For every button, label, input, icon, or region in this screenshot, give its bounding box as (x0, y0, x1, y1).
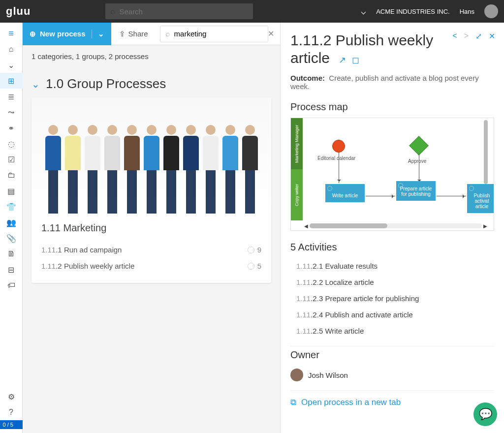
chevron-down-icon[interactable]: ⌄ (32, 78, 40, 90)
lane-label: Copy writer (291, 169, 303, 220)
group-card: 1.11 Marketing 1.11.1 Run ad campaign 9 … (32, 97, 271, 283)
activities-heading: 5 Activities (290, 242, 494, 253)
activity-item[interactable]: 1.11.2.2 Localize article (296, 274, 494, 290)
global-search[interactable]: ⌕ (105, 3, 253, 19)
bpmn-label: Editorial calendar (317, 155, 355, 161)
list-icon[interactable]: ≣ (0, 89, 23, 104)
tag-icon[interactable]: 🏷 (0, 278, 23, 293)
scroll-left-icon[interactable]: ◀ (303, 223, 310, 229)
form-icon[interactable]: 🗎 (0, 246, 23, 262)
cycle-icon (248, 263, 254, 270)
activity-item[interactable]: 1.11.2.3 Prepare article for publishing (296, 290, 494, 307)
process-name: .1 Run ad campaign (56, 246, 122, 254)
chevron-down-icon[interactable]: ⌄ (0, 57, 23, 73)
cycle-icon (248, 247, 254, 253)
refresh-icon[interactable]: ◌ (0, 136, 23, 152)
activity-item[interactable]: 1.11.2.1 Evaluate results (296, 258, 494, 274)
process-num: 1.11 (41, 262, 56, 270)
new-process-button[interactable]: ⊕ New process ⌄ (23, 23, 111, 45)
scroll-right-icon[interactable]: ▶ (482, 223, 489, 229)
vertical-scrollbar[interactable] (484, 120, 488, 184)
owner-name: Josh Wilson (308, 371, 348, 379)
open-external-icon[interactable]: ↗ (339, 55, 346, 66)
menu-icon[interactable]: ≡ (0, 26, 23, 41)
graph-icon[interactable]: ⚭ (0, 120, 23, 136)
bookmark-icon[interactable]: ◻ (352, 55, 359, 66)
chat-button[interactable]: 💬 (473, 402, 497, 426)
folder-icon[interactable]: 🗀 (0, 167, 23, 183)
doc-icon[interactable]: ▤ (0, 183, 23, 199)
plus-icon: ⊕ (30, 30, 36, 38)
prev-icon[interactable]: < (452, 31, 457, 41)
owner-heading: Owner (290, 349, 494, 361)
bpmn-gateway[interactable] (409, 136, 429, 155)
line-icon[interactable]: ⤳ (0, 104, 23, 120)
process-count: 5 (257, 262, 261, 270)
outcome-label: Outcome: (290, 74, 325, 82)
card-title[interactable]: 1.11 Marketing (41, 222, 261, 234)
search-icon: ⌕ (110, 7, 115, 16)
horizontal-scrollbar[interactable]: ◀ ▶ (303, 223, 489, 229)
settings-icon[interactable]: ⚙ (0, 389, 23, 404)
counter-badge: 0 / 5 (0, 420, 23, 429)
bpmn-task[interactable]: Prepare article for publishing (396, 181, 436, 201)
share-button[interactable]: ⇪ Share (111, 30, 156, 38)
search-input[interactable] (119, 7, 248, 16)
results-meta: 1 categories, 1 groups, 2 processes (23, 45, 280, 67)
app-icon[interactable]: ⊟ (0, 262, 23, 278)
bpmn-start-event[interactable] (332, 140, 345, 153)
share-label: Share (128, 30, 148, 38)
chevron-down-icon[interactable]: ⌄ (92, 30, 104, 38)
process-row[interactable]: 1.11.2 Publish weekly article 5 (41, 258, 261, 274)
group-title: 1.0 Group Processes (46, 76, 166, 92)
megaphone-icon[interactable]: ⌵ (361, 6, 366, 17)
help-icon[interactable]: ? (0, 404, 23, 420)
people-icon[interactable]: 👥 (0, 215, 23, 230)
bpmn-task[interactable]: Write article (325, 184, 365, 202)
group-image (32, 97, 271, 214)
expand-icon[interactable]: ⤢ (475, 31, 482, 41)
search-icon: ⌕ (165, 30, 170, 38)
process-map-heading: Process map (290, 101, 494, 113)
owner-avatar[interactable] (290, 369, 303, 381)
user-avatar[interactable] (484, 4, 498, 18)
left-sidebar: ≡ ⌂ ⌄ ⊞ ≣ ⤳ ⚭ ◌ ☑ 🗀 ▤ 👕 👥 📎 🗎 ⊟ 🏷 ⚙ ? 0 … (0, 23, 23, 433)
lane-label: Marketing Manager (291, 118, 303, 169)
share-icon: ⇪ (119, 30, 126, 38)
check-icon[interactable]: ☑ (0, 152, 23, 167)
process-name: .2 Publish weekly article (56, 262, 134, 270)
grid-icon[interactable]: ⊞ (0, 73, 23, 89)
activity-item[interactable]: 1.11.2.4 Publish and activate article (296, 307, 494, 323)
filter-input[interactable] (174, 30, 268, 38)
filter-box[interactable]: ⌕ ✕ (160, 26, 268, 42)
next-icon[interactable]: > (464, 31, 469, 41)
task-label: Prepare article for publishing (400, 186, 432, 197)
new-process-label: New process (40, 30, 86, 38)
close-icon[interactable]: ✕ (489, 31, 495, 41)
process-num: 1.11 (41, 246, 56, 254)
open-link-label: Open process in a new tab (301, 398, 401, 407)
process-count: 9 (257, 246, 261, 254)
task-label: Write article (332, 193, 358, 198)
bpmn-task[interactable]: Publish activat article (467, 184, 494, 213)
clear-icon[interactable]: ✕ (268, 29, 274, 38)
process-row[interactable]: 1.11.1 Run ad campaign 9 (41, 242, 261, 258)
company-name: ACME INDUSTRIES INC. (376, 8, 450, 15)
task-label: Publish activat article (474, 193, 490, 209)
user-name[interactable]: Hans (460, 8, 474, 15)
brand-logo[interactable]: gluu (6, 5, 31, 18)
bpmn-label: Approve (408, 158, 426, 164)
shirt-icon[interactable]: 👕 (0, 199, 23, 215)
open-new-tab-link[interactable]: ⧉ Open process in a new tab (290, 390, 494, 414)
attach-icon[interactable]: 📎 (0, 230, 23, 246)
activity-item[interactable]: 1.11.2.5 Write article (296, 323, 494, 339)
process-map[interactable]: Marketing Manager Copy writer Editorial … (290, 118, 494, 231)
detail-panel: || < > ⤢ ✕ 1.11.2 Publish weekly article… (280, 23, 504, 433)
detail-title-text: 1.11.2 Publish weekly article (290, 32, 433, 66)
open-external-icon: ⧉ (290, 398, 296, 407)
home-icon[interactable]: ⌂ (0, 41, 23, 57)
